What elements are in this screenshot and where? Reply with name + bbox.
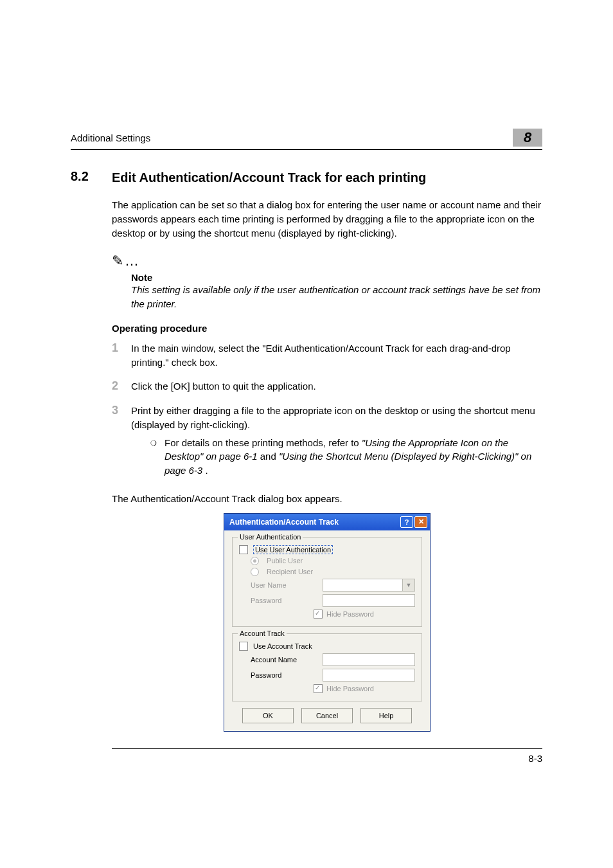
help-button[interactable]: Help [360, 708, 412, 723]
username-row: User Name ▼ [251, 579, 415, 592]
account-name-row: Account Name [251, 653, 415, 666]
close-icon[interactable]: ✕ [414, 516, 427, 528]
step-3: 3 Print by either dragging a file to the… [112, 404, 542, 483]
dialog-body: User Authentication Use User Authenticat… [224, 530, 430, 731]
step-number: 3 [112, 404, 121, 483]
acct-password-row: Password [251, 669, 415, 682]
titlebar-buttons: ? ✕ [400, 516, 427, 528]
section-heading: 8.2 Edit Authentication/Account Track fo… [71, 169, 542, 186]
username-label: User Name [251, 581, 317, 589]
acct-hide-password-row: Hide Password [314, 684, 415, 693]
use-account-track-label: Use Account Track [253, 642, 312, 650]
step-text: Click the [OK] button to quit the applic… [131, 379, 542, 393]
dialog-button-row: OK Cancel Help [232, 708, 422, 723]
user-auth-group: User Authentication Use User Authenticat… [232, 537, 422, 627]
hide-password-label: Hide Password [326, 610, 374, 618]
account-name-label: Account Name [251, 656, 317, 664]
step-number: 1 [112, 341, 121, 370]
password-label: Password [251, 597, 317, 604]
section-title: Edit Authentication/Account Track for ea… [112, 169, 426, 186]
public-user-label: Public User [267, 557, 303, 565]
step-3-sub-bullet: ❍ For details on these printing methods,… [150, 436, 542, 478]
recipient-user-row: Recipient User [251, 568, 415, 576]
step-number: 2 [112, 379, 121, 393]
hide-password-row: Hide Password [314, 610, 415, 619]
body-column: The application can be set so that a dia… [112, 198, 542, 764]
acct-hide-password-checkbox[interactable] [314, 684, 323, 693]
procedure-heading: Operating procedure [112, 323, 542, 334]
ok-button[interactable]: OK [242, 708, 294, 723]
step-1: 1 In the main window, select the "Edit A… [112, 341, 542, 370]
sub-bullet-text: For details on these printing methods, r… [164, 436, 542, 478]
recipient-user-label: Recipient User [267, 568, 313, 575]
chevron-down-icon[interactable]: ▼ [402, 579, 414, 591]
cancel-button[interactable]: Cancel [301, 708, 353, 723]
group-legend: User Authentication [238, 533, 303, 541]
section-number: 8.2 [71, 169, 96, 186]
help-icon[interactable]: ? [400, 516, 413, 528]
username-combo[interactable]: ▼ [323, 579, 415, 592]
use-account-track-row: Use Account Track [239, 642, 415, 651]
use-account-track-checkbox[interactable] [239, 642, 248, 651]
recipient-user-radio[interactable] [251, 568, 259, 576]
account-track-group: Account Track Use Account Track Account … [232, 633, 422, 701]
sub-bullet-tail: . [205, 465, 208, 476]
use-user-auth-label: Use User Authentication [253, 545, 333, 554]
sub-bullet-mid: and [260, 451, 279, 462]
step-text: In the main window, select the "Edit Aut… [131, 341, 542, 370]
password-input[interactable] [323, 594, 415, 607]
hide-password-checkbox[interactable] [314, 610, 323, 619]
use-user-auth-checkbox[interactable] [239, 545, 248, 554]
page-header: Additional Settings 8 [71, 129, 542, 150]
dialog-title: Authentication/Account Track [229, 518, 339, 527]
running-head: Additional Settings [71, 132, 150, 143]
note-label: Note [131, 272, 542, 283]
note-icon: ✎… [112, 253, 542, 269]
sub-bullet-lead: For details on these printing methods, r… [164, 437, 362, 448]
page-number: 8-3 [528, 753, 542, 764]
note-body: This setting is available only if the us… [131, 283, 542, 311]
bullet-icon: ❍ [150, 439, 157, 478]
group-legend: Account Track [238, 629, 287, 637]
public-user-radio[interactable] [251, 557, 259, 565]
acct-password-input[interactable] [323, 669, 415, 682]
dialog-titlebar: Authentication/Account Track ? ✕ [224, 514, 430, 530]
use-user-auth-row: Use User Authentication [239, 545, 415, 554]
intro-paragraph: The application can be set so that a dia… [112, 198, 542, 240]
password-row: Password [251, 594, 415, 607]
acct-password-label: Password [251, 671, 317, 679]
account-name-input[interactable] [323, 653, 415, 666]
document-page: Additional Settings 8 8.2 Edit Authentic… [0, 0, 613, 815]
page-footer: 8-3 [112, 748, 542, 764]
acct-hide-password-label: Hide Password [326, 685, 374, 692]
after-steps-text: The Authentication/Account Track dialog … [112, 493, 542, 504]
auth-dialog: Authentication/Account Track ? ✕ User Au… [224, 513, 431, 732]
step-2: 2 Click the [OK] button to quit the appl… [112, 379, 542, 393]
chapter-number-badge: 8 [513, 129, 542, 147]
public-user-row: Public User [251, 557, 415, 565]
step-3-text: Print by either dragging a file to the a… [131, 405, 535, 430]
step-text: Print by either dragging a file to the a… [131, 404, 542, 483]
